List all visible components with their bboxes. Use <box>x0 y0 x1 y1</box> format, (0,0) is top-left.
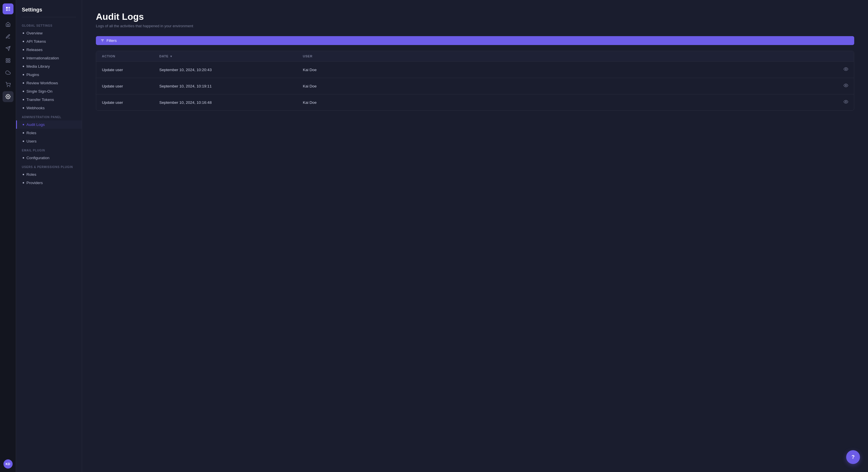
dot-icon <box>23 140 24 142</box>
sidebar-item-media-library[interactable]: Media Library <box>16 62 82 71</box>
section-label-users-perms: Users & Permissions Plugin <box>16 162 82 170</box>
dot-icon <box>23 49 24 50</box>
sidebar-item-overview[interactable]: Overview <box>16 29 82 37</box>
filters-button[interactable]: Filters <box>96 36 854 45</box>
cell-user-3: Kai Doe <box>297 94 838 111</box>
col-header-action: Action <box>96 51 154 62</box>
cell-action-1: Update user <box>96 62 154 78</box>
col-header-actions <box>838 51 854 62</box>
table-header-row: Action Date ▼ User <box>96 51 854 62</box>
dot-icon <box>23 66 24 67</box>
cell-action-3: Update user <box>96 94 154 111</box>
svg-point-18 <box>845 101 846 102</box>
layout-icon[interactable] <box>3 55 13 66</box>
svg-rect-9 <box>6 61 7 63</box>
user-avatar-small[interactable]: KD <box>3 460 12 469</box>
dot-icon <box>23 74 24 75</box>
brand-icon[interactable] <box>3 3 13 14</box>
pen-icon[interactable] <box>3 31 13 42</box>
svg-point-10 <box>7 86 8 87</box>
svg-rect-7 <box>8 59 10 60</box>
cell-user-1: Kai Doe <box>297 62 838 78</box>
dot-icon <box>23 32 24 34</box>
audit-logs-table: Action Date ▼ User Update <box>96 51 854 111</box>
sidebar-item-review-workflows[interactable]: Review Workflows <box>16 79 82 87</box>
filter-icon <box>100 39 104 43</box>
view-icon-2[interactable] <box>844 84 848 89</box>
sort-icon: ▼ <box>169 55 173 58</box>
sidebar-item-releases[interactable]: Releases <box>16 45 82 54</box>
col-header-user: User <box>297 51 838 62</box>
sidebar-item-webhooks[interactable]: Webhooks <box>16 104 82 112</box>
dot-icon <box>23 41 24 42</box>
question-icon: ? <box>851 454 855 460</box>
svg-rect-8 <box>8 61 10 63</box>
dot-icon <box>23 107 24 109</box>
section-label-admin: Administration Panel <box>16 112 82 121</box>
svg-point-16 <box>845 69 846 70</box>
sidebar-item-single-sign-on[interactable]: Single Sign-On <box>16 87 82 96</box>
icon-bar: KD <box>0 0 16 472</box>
sidebar-item-transfer-tokens[interactable]: Transfer Tokens <box>16 96 82 104</box>
icon-bar-top <box>3 3 13 458</box>
dot-icon <box>23 124 24 125</box>
cell-user-2: Kai Doe <box>297 78 838 94</box>
sidebar-item-plugins[interactable]: Plugins <box>16 71 82 79</box>
view-icon-1[interactable] <box>844 67 848 72</box>
view-icon-3[interactable] <box>844 100 848 105</box>
table: Action Date ▼ User Update <box>96 51 854 110</box>
cell-date-1: September 10, 2024, 10:20:43 <box>154 62 297 78</box>
svg-rect-1 <box>8 7 10 9</box>
dot-icon <box>23 57 24 59</box>
dot-icon <box>23 174 24 175</box>
send-icon[interactable] <box>3 43 13 54</box>
section-label-email: Email Plugin <box>16 145 82 154</box>
table-row: Update user September 10, 2024, 10:20:43… <box>96 62 854 78</box>
main-content: Audit Logs Logs of all the activities th… <box>82 0 868 472</box>
svg-rect-3 <box>8 9 10 11</box>
dot-icon <box>23 157 24 159</box>
svg-rect-2 <box>6 9 8 11</box>
sidebar-title: Settings <box>16 0 82 14</box>
svg-rect-0 <box>6 7 8 9</box>
sidebar-item-users[interactable]: Users <box>16 137 82 145</box>
home-icon[interactable] <box>3 19 13 30</box>
dot-icon <box>23 82 24 84</box>
sidebar-item-roles-perm[interactable]: Roles <box>16 170 82 179</box>
sidebar-item-providers[interactable]: Providers <box>16 179 82 187</box>
svg-rect-6 <box>6 59 7 60</box>
svg-point-11 <box>9 86 10 87</box>
sidebar-item-internationalization[interactable]: Internationalization <box>16 54 82 62</box>
sidebar-item-roles[interactable]: Roles <box>16 129 82 137</box>
cell-date-3: September 10, 2024, 10:16:48 <box>154 94 297 111</box>
settings-gear-icon[interactable] <box>3 91 13 102</box>
cell-view-2[interactable] <box>838 78 854 94</box>
table-row: Update user September 10, 2024, 10:16:48… <box>96 94 854 111</box>
cell-date-2: September 10, 2024, 10:19:11 <box>154 78 297 94</box>
cell-view-1[interactable] <box>838 62 854 78</box>
page-title: Audit Logs <box>96 11 854 22</box>
dot-icon <box>23 132 24 134</box>
sidebar-item-api-tokens[interactable]: API Tokens <box>16 37 82 45</box>
sidebar-divider <box>22 17 76 17</box>
svg-point-12 <box>7 96 9 98</box>
cell-view-3[interactable] <box>838 94 854 111</box>
icon-bar-bottom: KD <box>3 460 12 469</box>
dot-icon <box>23 182 24 183</box>
sidebar-item-configuration[interactable]: Configuration <box>16 154 82 162</box>
page-subtitle: Logs of all the activities that happened… <box>96 24 854 28</box>
cloud-icon[interactable] <box>3 67 13 78</box>
col-header-date[interactable]: Date ▼ <box>154 51 297 62</box>
section-label-global: Global Settings <box>16 21 82 29</box>
cart-icon[interactable] <box>3 79 13 90</box>
help-fab[interactable]: ? <box>846 450 860 464</box>
dot-icon <box>23 91 24 92</box>
cell-action-2: Update user <box>96 78 154 94</box>
sidebar: Settings Global Settings Overview API To… <box>16 0 82 472</box>
table-row: Update user September 10, 2024, 10:19:11… <box>96 78 854 94</box>
svg-point-17 <box>845 85 846 86</box>
sidebar-item-audit-logs[interactable]: Audit Logs <box>16 121 82 129</box>
dot-icon <box>23 99 24 100</box>
